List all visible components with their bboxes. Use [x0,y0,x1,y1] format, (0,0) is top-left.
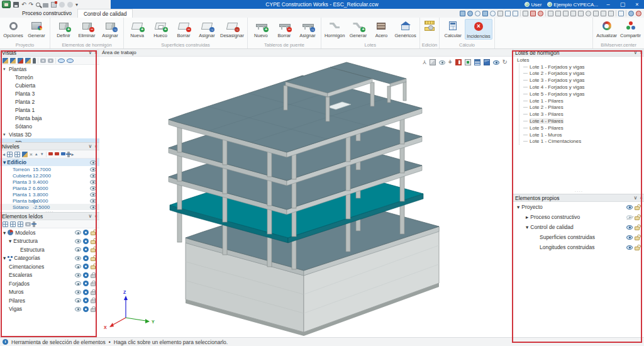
delete-view-icon[interactable] [18,58,23,64]
undo-icon[interactable] [21,2,26,8]
eye-icon[interactable] [75,290,81,294]
close-icon[interactable] [94,213,97,220]
window-layout-icon[interactable] [618,11,624,16]
tree-item[interactable]: Torreón [0,73,99,81]
tree-row-estructura[interactable]: Estructura [0,237,99,246]
close-button[interactable]: × [633,0,641,9]
tree-item[interactable]: Planta 3 [0,89,99,98]
minimize-button[interactable]: – [604,0,613,9]
tree-row-category[interactable]: Forjados [0,279,99,288]
level-slider-icon[interactable] [67,152,70,157]
move-down-icon[interactable] [40,151,44,157]
tree-row-longitudes[interactable]: Longitudes construidas [513,242,644,252]
lock-icon[interactable] [635,237,640,240]
app-icon[interactable] [2,1,11,8]
collapse-arrow-icon[interactable] [526,224,528,230]
comment-icon[interactable] [601,11,606,16]
tree-group-vistas-3d[interactable]: Vistas 3D [0,130,99,138]
red-marker-icon[interactable] [48,152,53,155]
rotate-view-icon[interactable] [502,59,508,65]
camera-save-icon[interactable] [48,59,53,63]
eye-icon[interactable] [90,167,96,172]
lotes-root[interactable]: Lotes [513,57,644,64]
close-icon[interactable] [94,50,97,56]
acero-button[interactable]: Acero [370,19,392,38]
generar-proyecto-button[interactable]: Generar [25,19,48,38]
eye-icon[interactable] [626,205,633,209]
gear-icon[interactable] [83,306,89,312]
opacity-slider-icon[interactable] [33,221,35,227]
level-row[interactable]: Planta 13.8000 [0,191,99,198]
lote-item[interactable]: Lote 2 - Pilares [519,104,644,111]
close-icon[interactable] [640,195,643,201]
lote-item[interactable]: Lote 1 - Pilares [519,98,644,104]
tree-group-plantas[interactable]: Plantas [0,65,99,73]
eye-icon[interactable] [75,256,81,260]
collapse-arrow-icon[interactable] [3,132,9,137]
orbit-icon[interactable] [482,11,488,16]
maximize-button[interactable]: ▢ [618,0,627,9]
screen-icon[interactable] [513,11,518,16]
gear-icon[interactable] [83,238,89,244]
lote-item[interactable]: Lote 1 - Muros [519,131,644,138]
hormigon-lote-button[interactable]: Hormigón [323,19,347,38]
eye-icon[interactable] [90,205,96,209]
solid-view-icon[interactable] [484,59,490,65]
scroll-right-icon[interactable] [72,152,74,157]
magnifier-icon[interactable] [490,11,496,16]
tree-item[interactable]: Planta 2 [0,98,99,106]
compartir-button[interactable]: Compartir [619,19,642,38]
gear-icon[interactable] [83,264,89,269]
gear-icon[interactable] [83,298,89,303]
blue-marker-icon[interactable] [61,152,65,155]
eye-icon[interactable] [75,273,81,277]
zoom-icon[interactable] [36,3,40,7]
tree-row-categorias[interactable]: Categorías [0,254,99,263]
expand-tree-icon[interactable] [3,221,8,227]
visibility-all-icon[interactable] [67,59,74,63]
collapse-arrow-icon[interactable] [3,230,6,236]
collapse-arrow-icon[interactable] [3,255,6,261]
visibility-icon[interactable] [439,60,445,65]
snapshot-icon[interactable] [25,222,31,226]
point-tool-icon[interactable] [563,11,569,16]
film-icon[interactable] [523,11,528,16]
eye-icon[interactable] [90,160,96,165]
isometric-view-icon[interactable] [430,59,436,65]
opciones-button[interactable]: Opciones [2,19,25,38]
zoom-extents-icon[interactable] [475,11,480,16]
asignar-elementos-button[interactable]: Asignar [99,19,121,38]
asignar-superficie-button[interactable]: Asignar [196,19,218,38]
lock-icon[interactable] [91,265,96,269]
collapse-arrow-icon[interactable] [3,67,9,72]
expand-arrow-icon[interactable] [526,214,528,220]
tree-row-category[interactable]: Cimentaciones [0,262,99,271]
eye-icon[interactable] [75,281,81,286]
layers-icon[interactable] [593,11,599,16]
close-icon[interactable] [94,143,97,150]
lote-item[interactable]: Lote 4 - Forjados y vigas [519,84,644,91]
tree-item[interactable]: Sótano [0,122,99,130]
eye-icon[interactable] [90,174,96,178]
chevron-down-icon[interactable] [633,195,637,201]
calcular-button[interactable]: Calcular [441,19,464,38]
close-icon[interactable] [640,50,643,56]
eye-icon[interactable] [90,186,96,191]
tree-row-superficies[interactable]: Superficies construidas [513,232,644,242]
gear-icon[interactable] [83,247,89,252]
lock-icon[interactable] [91,248,96,252]
lock-icon[interactable] [91,232,96,235]
toolbar-dropdown-icon[interactable] [75,2,78,8]
move-up-icon[interactable] [35,151,38,157]
hide-elements-icon[interactable] [493,60,499,65]
lock-icon[interactable] [635,226,640,230]
genericos-button[interactable]: Genéricos [393,19,417,38]
chevron-down-icon[interactable] [88,50,92,56]
eye-icon[interactable] [626,245,633,250]
level-row[interactable]: Cubierta12.2000 [0,172,99,179]
eye-icon[interactable] [75,307,81,311]
edit-view-icon[interactable] [3,58,8,64]
tree-item[interactable]: Planta baja [0,114,99,122]
lote-item[interactable]: Lote 2 - Forjados y vigas [519,70,644,77]
eye-icon[interactable] [626,225,633,230]
